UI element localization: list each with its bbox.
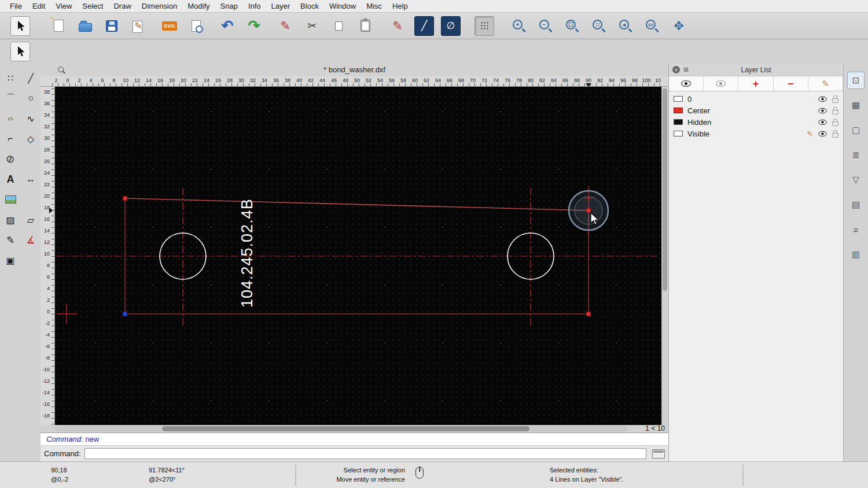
drawing-viewport[interactable]: 104.245.02.4B [55,87,661,425]
filter-panel-icon[interactable]: ▽ [847,171,865,188]
menu-item[interactable]: Help [387,0,413,13]
detach-panel-icon[interactable]: ⊞ [683,66,689,73]
add-layer-button[interactable]: + [738,76,773,91]
layer-visibility-toggle[interactable] [818,131,827,137]
edit-layer-button[interactable]: ✎ [808,76,843,91]
draw-pen-button[interactable]: ✎ [388,16,407,36]
ruler-label: 8 [112,77,115,83]
layer-list-panel-icon[interactable]: ≣ [847,146,865,164]
clipboard-panel-icon[interactable]: ▥ [847,246,865,263]
layer-visibility-toggle[interactable] [818,119,827,125]
toggle-layer-visibility-button[interactable] [704,76,738,91]
polygon-tool[interactable]: ◇ [21,129,41,149]
cut-button[interactable]: ✂ [302,16,322,36]
grid-toggle-button[interactable] [475,16,494,36]
mouse-icon [415,467,424,479]
paste-button[interactable] [355,16,375,36]
library-panel-icon[interactable]: ▢ [847,121,865,139]
menu-item[interactable]: Block [295,0,324,13]
menu-item[interactable]: Info [243,0,266,13]
open-folder-button[interactable] [75,16,95,36]
circle-draw-button[interactable]: ∅ [441,16,461,36]
pen-palette-panel-icon[interactable]: ▤ [847,196,865,213]
zoom-previous-button[interactable]: ◂ [616,16,635,36]
solid-tool[interactable]: ▣ [1,250,20,270]
layer-color-swatch[interactable] [674,119,683,125]
menu-item[interactable]: Dimension [137,0,182,13]
cursor-arrow-icon [15,46,25,57]
measure-tool[interactable]: ▱ [21,210,41,230]
undo-button[interactable]: ↶ [218,16,237,36]
remove-layer-button[interactable]: − [774,76,808,91]
menu-item[interactable]: Snap [215,0,243,13]
menu-item[interactable]: View [50,0,77,13]
dock-command-widget-button[interactable] [652,449,665,459]
layer-lock-toggle[interactable] [832,130,838,138]
menu-item[interactable]: File [5,0,27,13]
menu-item[interactable]: Edit [27,0,50,13]
save-button[interactable] [102,16,122,36]
hatch-tool[interactable]: ▨ [1,210,20,230]
dimension-tool[interactable]: ↔ [21,169,41,189]
ellipse-tool[interactable]: ○ [1,109,20,128]
zoom-auto-button[interactable]: ☐ [562,16,582,36]
zoom-in-button[interactable]: + [509,16,529,36]
text-tool[interactable]: A [1,169,20,189]
vertical-scrollbar[interactable] [661,87,668,425]
spline-tool[interactable]: ∿ [21,109,41,128]
pan-button[interactable]: ✥ [669,16,689,36]
layer-color-swatch[interactable] [674,131,683,136]
circle-tool[interactable]: ○ [21,88,41,108]
layer-color-swatch[interactable] [674,96,683,102]
horizontal-scrollbar[interactable] [55,426,628,431]
ruler-label: 26 [215,77,221,83]
layer-row[interactable]: Center ✎ [669,105,843,116]
zoom-window-button[interactable]: ▭ [642,16,662,36]
modify-tool[interactable]: ✎ [1,230,20,250]
menu-item[interactable]: Select [77,0,108,13]
layer-lock-toggle[interactable] [832,95,838,103]
menu-item[interactable]: Draw [108,0,136,13]
layer-row[interactable]: 0 ✎ [669,93,843,105]
zoom-out-button[interactable]: − [536,16,556,36]
hatch-ellipse-tool[interactable]: ⊘ [1,149,20,169]
menu-item[interactable]: Layer [266,0,296,13]
properties-panel-icon[interactable]: ⊡ [847,72,865,89]
layer-visibility-toggle[interactable] [818,96,827,102]
absolute-coordinates: 90,18 [51,465,68,475]
horizontal-scrollbar-thumb[interactable] [162,426,529,431]
menu-item[interactable]: Misc [361,0,387,13]
select-cursor-button[interactable] [10,16,30,36]
zoom-selected-button[interactable]: ∷ [589,16,609,36]
layer-row[interactable]: Visible ✎ [669,128,843,139]
menu-item[interactable]: Modify [182,0,215,13]
selection-tool-button[interactable] [10,42,30,61]
print-preview-button[interactable] [186,16,206,36]
polyline-tool[interactable]: ⌐ [1,129,20,149]
layer-visibility-toggle[interactable] [818,108,827,114]
copy-button[interactable] [329,16,348,36]
menu-item[interactable]: Window [324,0,361,13]
svg-export-button[interactable]: SVG [160,16,179,36]
layer-color-swatch[interactable] [674,108,683,113]
command-panel-icon[interactable]: ≡ [847,221,865,238]
close-panel-icon[interactable]: × [672,66,680,73]
toggle-all-layers-visibility-button[interactable] [669,76,704,91]
image-tool[interactable] [1,190,20,209]
block-panel-icon[interactable]: ▦ [847,97,865,114]
points-tool[interactable]: ∷ [1,68,20,88]
info-tool[interactable]: ∡ [21,230,41,250]
redo-button[interactable]: ↷ [244,16,264,36]
edit-pen-button[interactable]: ✎ [275,16,295,36]
layer-lock-toggle[interactable] [832,118,838,126]
save-as-button[interactable]: ✎ [128,16,148,36]
vertical-scrollbar-thumb[interactable] [663,88,667,291]
new-file-button[interactable] [49,16,68,36]
layer-row[interactable]: Hidden ✎ [669,116,843,128]
ruler-label: 66 [447,77,453,83]
line-draw-button[interactable]: ╱ [414,16,434,36]
line-tool[interactable]: ╱ [21,68,41,88]
arc-tool[interactable]: ⌒ [1,88,20,108]
layer-lock-toggle[interactable] [832,106,838,114]
command-input[interactable] [84,448,646,459]
